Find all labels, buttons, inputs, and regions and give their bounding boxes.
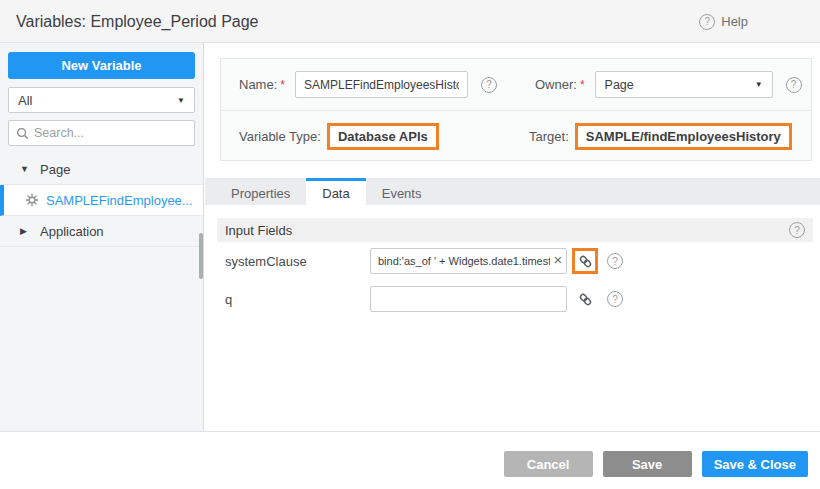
- variable-name-input[interactable]: [295, 71, 468, 98]
- q-input-wrap: [370, 286, 567, 312]
- field-row-systemclause: systemClause × ?: [217, 242, 813, 280]
- chevron-down-icon: ▼: [755, 80, 763, 89]
- name-help-icon[interactable]: ?: [481, 77, 497, 93]
- variable-type-label: Variable Type:: [239, 129, 321, 144]
- filter-selected-value: All: [18, 93, 32, 108]
- save-button[interactable]: Save: [603, 451, 692, 477]
- caret-right-icon[interactable]: ▶: [20, 226, 32, 236]
- systemclause-input-wrap: ×: [370, 248, 567, 274]
- systemclause-input[interactable]: [370, 248, 567, 274]
- tree-node-application-label: Application: [40, 224, 104, 239]
- save-and-close-button[interactable]: Save & Close: [702, 451, 808, 477]
- variable-detail-pane: Name:* ? Owner:* Page ▼ ? Variable Type:…: [205, 43, 820, 431]
- q-help-icon[interactable]: ?: [607, 291, 623, 307]
- search-icon: [16, 127, 29, 140]
- clear-binding-icon[interactable]: ×: [550, 252, 566, 268]
- help-link[interactable]: ? Help: [699, 0, 748, 43]
- input-fields-title: Input Fields: [225, 223, 292, 238]
- variable-type-value-highlighted: Database APIs: [327, 123, 439, 150]
- q-label: q: [225, 292, 370, 307]
- tab-data[interactable]: Data: [306, 178, 365, 205]
- cancel-button[interactable]: Cancel: [504, 451, 593, 477]
- detail-tabs: Properties Data Events: [205, 178, 820, 205]
- q-bind-link-button[interactable]: [572, 286, 598, 312]
- new-variable-button[interactable]: New Variable: [8, 52, 195, 79]
- owner-label: Owner:: [535, 77, 577, 92]
- input-fields-header: Input Fields ?: [217, 218, 813, 242]
- tree-node-page-label: Page: [40, 162, 70, 177]
- owner-help-icon[interactable]: ?: [786, 77, 802, 93]
- variables-tree: ▼ Page SAMPLEFindEmployee...: [0, 154, 203, 247]
- selected-variable-label: SAMPLEFindEmployee...: [46, 193, 193, 208]
- help-circle-icon: ?: [699, 14, 715, 30]
- tree-node-application[interactable]: ▶ Application: [0, 216, 203, 247]
- variable-summary-panel: Name:* ? Owner:* Page ▼ ? Variable Type:…: [220, 58, 812, 161]
- name-owner-row: Name:* ? Owner:* Page ▼ ?: [221, 59, 811, 110]
- systemclause-help-icon[interactable]: ?: [607, 253, 623, 269]
- systemclause-bind-link-button-highlighted[interactable]: [572, 248, 598, 274]
- variable-filter-select[interactable]: All ▼: [8, 87, 195, 113]
- systemclause-label: systemClause: [225, 254, 370, 269]
- target-group: Target: SAMPLE/findEmployeesHistory: [529, 123, 792, 150]
- target-label: Target:: [529, 129, 569, 144]
- sidebar-scrollbar-thumb[interactable]: [199, 233, 203, 279]
- target-value-highlighted: SAMPLE/findEmployeesHistory: [575, 123, 792, 150]
- type-target-row: Variable Type: Database APIs Target: SAM…: [221, 110, 811, 161]
- page-title: Variables: Employee_Period Page: [16, 0, 259, 43]
- dialog-header: Variables: Employee_Period Page ? Help: [0, 0, 820, 43]
- variables-sidebar: New Variable All ▼ ▼ Page: [0, 43, 204, 431]
- q-input[interactable]: [370, 286, 567, 312]
- input-fields-help-icon[interactable]: ?: [789, 222, 805, 238]
- search-input[interactable]: [34, 126, 187, 140]
- variable-search[interactable]: [8, 120, 195, 146]
- footer-buttons: Cancel Save Save & Close: [504, 451, 808, 477]
- tree-node-selected-variable[interactable]: SAMPLEFindEmployee...: [0, 185, 203, 216]
- name-label: Name:: [239, 77, 277, 92]
- field-row-q: q ?: [217, 280, 813, 318]
- owner-group: Owner:* Page ▼ ?: [535, 71, 802, 98]
- required-asterisk: *: [280, 78, 285, 92]
- input-fields-section: Input Fields ? systemClause ×: [217, 218, 813, 318]
- variables-dialog: Variables: Employee_Period Page ? Help N…: [0, 0, 820, 489]
- owner-select[interactable]: Page ▼: [595, 71, 773, 98]
- service-variable-gear-icon: [25, 193, 39, 207]
- tree-node-page[interactable]: ▼ Page: [0, 154, 203, 185]
- dialog-footer: Cancel Save Save & Close: [0, 431, 820, 489]
- caret-down-icon[interactable]: ▼: [20, 164, 32, 174]
- tab-events[interactable]: Events: [366, 178, 438, 205]
- chevron-down-icon: ▼: [177, 96, 185, 105]
- owner-selected-value: Page: [605, 78, 634, 92]
- required-asterisk: *: [580, 78, 585, 92]
- tab-properties[interactable]: Properties: [215, 178, 306, 205]
- help-label: Help: [721, 14, 748, 29]
